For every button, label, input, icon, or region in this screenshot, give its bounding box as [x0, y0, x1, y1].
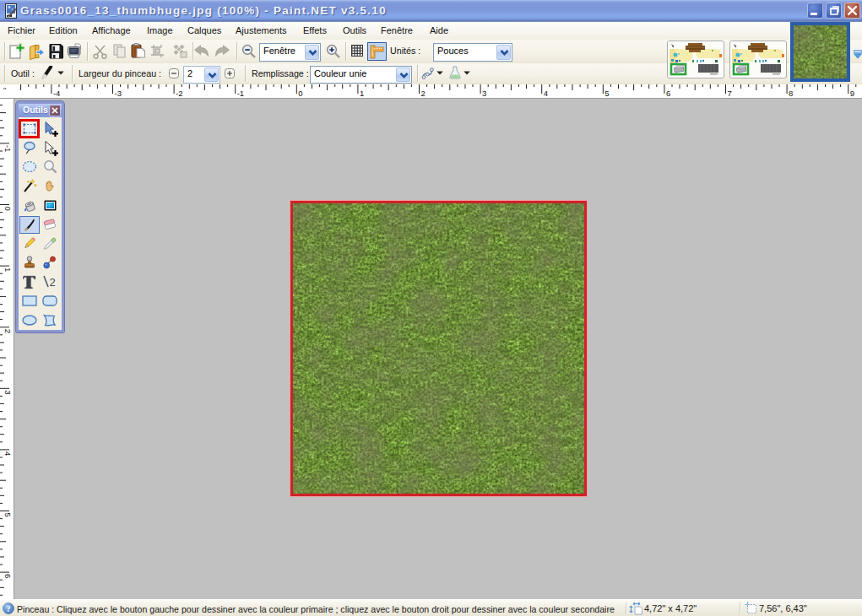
svg-text:0: 0 — [298, 89, 302, 98]
svg-text:5: 5 — [604, 89, 609, 98]
svg-text:5: 5 — [3, 513, 13, 517]
svg-text:?: ? — [7, 604, 11, 613]
svg-text:4: 4 — [544, 89, 548, 98]
svg-text:6: 6 — [666, 89, 670, 98]
svg-text:3: 3 — [482, 89, 486, 98]
svg-text:-4: -4 — [53, 89, 60, 98]
svg-text:8: 8 — [789, 89, 793, 98]
svg-text:2: 2 — [49, 276, 55, 289]
svg-text:-1: -1 — [3, 145, 13, 152]
svg-text:0: 0 — [3, 207, 13, 211]
svg-text:6: 6 — [3, 574, 13, 578]
svg-text:2: 2 — [421, 89, 426, 98]
svg-text:9: 9 — [850, 89, 854, 98]
svg-text:4: 4 — [3, 451, 13, 456]
svg-text:3: 3 — [3, 390, 13, 394]
svg-text:7: 7 — [728, 89, 732, 98]
svg-text:1: 1 — [3, 267, 13, 272]
svg-text:1: 1 — [360, 89, 364, 98]
svg-text:-2: -2 — [176, 89, 182, 98]
svg-text:-1: -1 — [237, 89, 244, 98]
svg-text:2: 2 — [3, 329, 13, 333]
svg-text:-3: -3 — [115, 89, 122, 98]
